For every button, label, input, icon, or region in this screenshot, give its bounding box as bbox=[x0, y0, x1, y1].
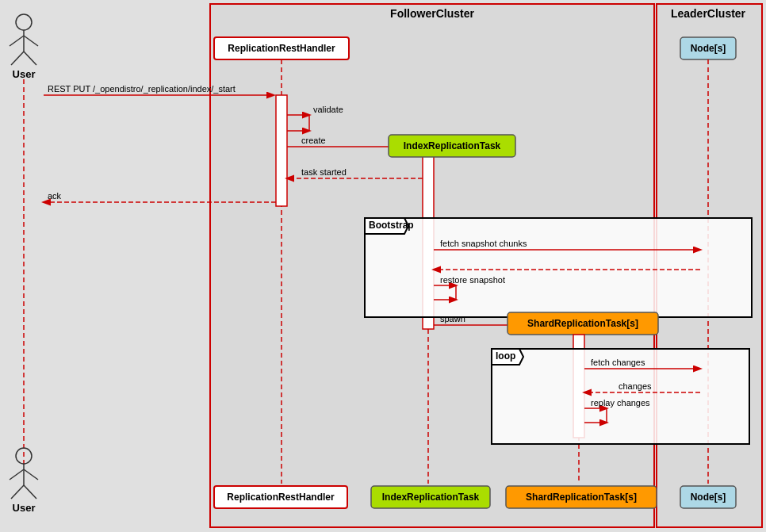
replay-changes-label: replay changes bbox=[591, 398, 650, 408]
task-started-label: task started bbox=[301, 167, 347, 177]
loop-label: loop bbox=[496, 350, 515, 362]
node-label-bottom: Node[s] bbox=[691, 492, 726, 503]
rrh-activation bbox=[276, 95, 287, 206]
srt-label: ShardReplicationTask[s] bbox=[527, 318, 638, 329]
follower-cluster-label: FollowerCluster bbox=[390, 7, 474, 20]
rrh-label-top: ReplicationRestHandler bbox=[228, 43, 335, 54]
srt-label-bottom: ShardReplicationTask[s] bbox=[526, 492, 637, 503]
user-label-top: User bbox=[13, 68, 36, 80]
user-label-bottom: User bbox=[13, 502, 36, 514]
validate-label: validate bbox=[313, 105, 343, 114]
irt-label-bottom: IndexReplicationTask bbox=[382, 492, 480, 503]
fetch-changes-label: fetch changes bbox=[591, 358, 645, 367]
fetch-snapshot-label: fetch snapshot chunks bbox=[440, 239, 527, 248]
create-label: create bbox=[301, 136, 326, 145]
restore-label: restore snapshot bbox=[440, 275, 505, 285]
bootstrap-label: Bootstrap bbox=[369, 220, 414, 231]
irt-label: IndexReplicationTask bbox=[404, 140, 501, 151]
bootstrap-fragment bbox=[365, 218, 752, 317]
rrh-label-bottom: ReplicationRestHandler bbox=[227, 492, 335, 503]
sequence-diagram: FollowerCluster LeaderCluster User Repli… bbox=[0, 0, 766, 532]
ack-label: ack bbox=[48, 191, 62, 201]
leader-cluster-label: LeaderCluster bbox=[671, 7, 746, 20]
spawn-label: spawn bbox=[440, 314, 465, 323]
changes-label: changes bbox=[619, 381, 652, 391]
node-label-top: Node[s] bbox=[691, 43, 726, 54]
rest-put-label: REST PUT /_opendistro/_replication/index… bbox=[48, 84, 236, 94]
